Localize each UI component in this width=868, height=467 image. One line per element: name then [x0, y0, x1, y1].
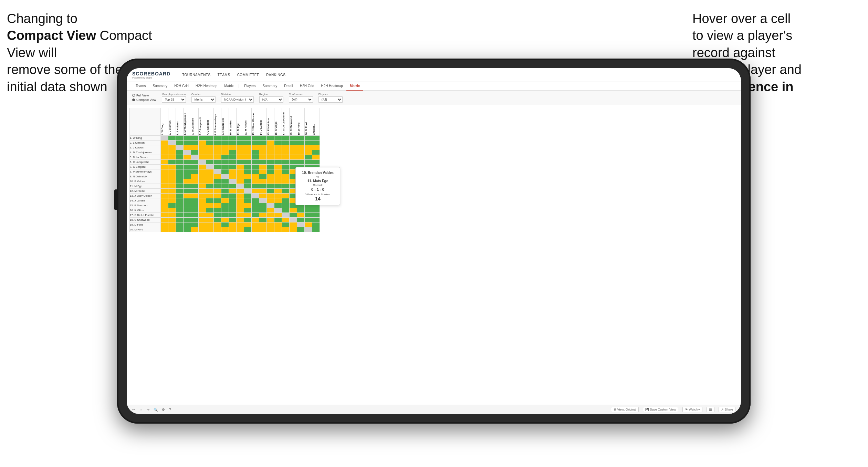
- matrix-cell[interactable]: [259, 194, 267, 198]
- matrix-cell[interactable]: [229, 213, 237, 218]
- matrix-cell[interactable]: [267, 145, 274, 150]
- matrix-cell[interactable]: [199, 179, 206, 184]
- share-btn[interactable]: ↗ Share: [719, 407, 735, 412]
- matrix-cell[interactable]: [176, 169, 184, 174]
- matrix-cell[interactable]: [267, 141, 274, 145]
- matrix-cell[interactable]: [184, 155, 191, 160]
- matrix-cell[interactable]: [206, 213, 214, 218]
- matrix-cell[interactable]: [282, 208, 290, 213]
- subnav-h2h-heatmap[interactable]: H2H Heatmap: [192, 82, 221, 91]
- matrix-cell[interactable]: [214, 169, 221, 174]
- matrix-cell[interactable]: [259, 208, 267, 213]
- matrix-cell[interactable]: [221, 198, 229, 203]
- settings-icon[interactable]: ⚙: [162, 408, 165, 412]
- matrix-cell[interactable]: [199, 213, 206, 218]
- help-icon[interactable]: ?: [169, 408, 171, 412]
- matrix-cell[interactable]: [168, 160, 176, 165]
- matrix-cell[interactable]: [176, 227, 184, 232]
- matrix-cell[interactable]: [237, 155, 244, 160]
- matrix-cell[interactable]: [297, 145, 305, 150]
- matrix-cell[interactable]: [214, 184, 221, 189]
- matrix-cell[interactable]: [206, 222, 214, 227]
- matrix-cell[interactable]: [267, 194, 274, 198]
- matrix-cell[interactable]: [214, 218, 221, 222]
- matrix-cell[interactable]: [176, 218, 184, 222]
- matrix-cell[interactable]: [191, 194, 199, 198]
- matrix-cell[interactable]: [176, 198, 184, 203]
- matrix-cell[interactable]: [199, 227, 206, 232]
- matrix-cell[interactable]: [214, 150, 221, 155]
- matrix-cell[interactable]: [191, 174, 199, 179]
- matrix-cell[interactable]: [290, 222, 297, 227]
- matrix-cell[interactable]: [229, 184, 237, 189]
- matrix-cell[interactable]: [206, 174, 214, 179]
- matrix-cell[interactable]: [237, 136, 244, 141]
- matrix-cell[interactable]: [274, 136, 282, 141]
- subnav-summary[interactable]: Summary: [149, 82, 171, 91]
- matrix-cell[interactable]: [221, 141, 229, 145]
- matrix-cell[interactable]: [305, 218, 312, 222]
- matrix-cell[interactable]: [191, 179, 199, 184]
- matrix-cell[interactable]: [305, 141, 312, 145]
- matrix-cell[interactable]: [229, 136, 237, 141]
- matrix-cell[interactable]: [244, 198, 252, 203]
- matrix-cell[interactable]: [221, 174, 229, 179]
- matrix-cell[interactable]: [191, 213, 199, 218]
- matrix-cell[interactable]: [168, 222, 176, 227]
- matrix-cell[interactable]: [252, 160, 259, 165]
- matrix-cell[interactable]: [168, 155, 176, 160]
- matrix-cell[interactable]: [274, 165, 282, 169]
- matrix-cell[interactable]: [282, 136, 290, 141]
- matrix-cell[interactable]: [221, 213, 229, 218]
- matrix-cell[interactable]: [297, 150, 305, 155]
- matrix-cell[interactable]: [184, 179, 191, 184]
- matrix-cell[interactable]: [168, 141, 176, 145]
- matrix-cell[interactable]: [282, 169, 290, 174]
- matrix-cell[interactable]: [161, 174, 168, 179]
- matrix-cell[interactable]: [305, 150, 312, 155]
- matrix-cell[interactable]: [214, 189, 221, 194]
- matrix-cell[interactable]: [161, 145, 168, 150]
- matrix-cell[interactable]: [290, 145, 297, 150]
- matrix-cell[interactable]: [267, 222, 274, 227]
- matrix-cell[interactable]: [161, 150, 168, 155]
- matrix-cell[interactable]: [221, 169, 229, 174]
- matrix-cell[interactable]: [237, 160, 244, 165]
- matrix-cell[interactable]: [221, 194, 229, 198]
- matrix-cell[interactable]: [168, 189, 176, 194]
- matrix-cell[interactable]: [252, 165, 259, 169]
- matrix-cell[interactable]: [259, 136, 267, 141]
- matrix-cell[interactable]: [214, 155, 221, 160]
- matrix-cell[interactable]: [199, 155, 206, 160]
- redo-icon[interactable]: ↪: [147, 408, 149, 412]
- matrix-cell[interactable]: [184, 145, 191, 150]
- matrix-cell[interactable]: [191, 189, 199, 194]
- matrix-cell[interactable]: [176, 213, 184, 218]
- matrix-cell[interactable]: [274, 189, 282, 194]
- matrix-cell[interactable]: [214, 227, 221, 232]
- matrix-cell[interactable]: [259, 213, 267, 218]
- matrix-cell[interactable]: [297, 208, 305, 213]
- matrix-cell[interactable]: [184, 160, 191, 165]
- matrix-cell[interactable]: [221, 222, 229, 227]
- matrix-cell[interactable]: [176, 184, 184, 189]
- matrix-cell[interactable]: [184, 208, 191, 213]
- matrix-cell[interactable]: [161, 203, 168, 208]
- matrix-cell[interactable]: [191, 136, 199, 141]
- matrix-cell[interactable]: [191, 203, 199, 208]
- matrix-cell[interactable]: [176, 179, 184, 184]
- matrix-cell[interactable]: [274, 169, 282, 174]
- matrix-cell[interactable]: [229, 179, 237, 184]
- matrix-cell[interactable]: [259, 179, 267, 184]
- matrix-cell[interactable]: [161, 155, 168, 160]
- matrix-cell[interactable]: [252, 136, 259, 141]
- matrix-cell[interactable]: [252, 174, 259, 179]
- max-players-select[interactable]: Top 25: [162, 96, 186, 103]
- matrix-cell[interactable]: [168, 150, 176, 155]
- matrix-cell[interactable]: [312, 227, 320, 232]
- matrix-cell[interactable]: [267, 136, 274, 141]
- matrix-cell[interactable]: [161, 194, 168, 198]
- matrix-cell[interactable]: [191, 145, 199, 150]
- matrix-cell[interactable]: [214, 165, 221, 169]
- matrix-cell[interactable]: [282, 145, 290, 150]
